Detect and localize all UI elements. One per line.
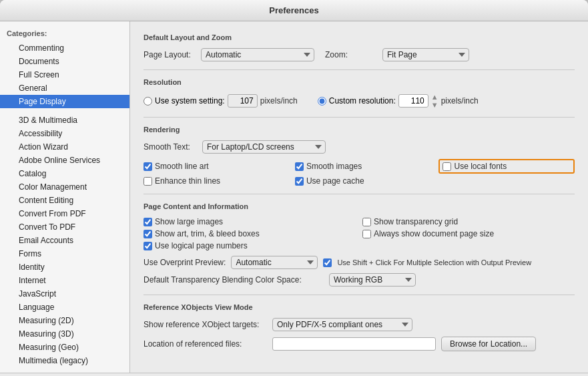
sidebar-item-page-display[interactable]: Page Display: [0, 95, 129, 108]
enhance-thin-lines-item: Enhance thin lines: [143, 176, 284, 186]
sidebar-item-measuring-3d[interactable]: Measuring (3D): [0, 327, 129, 341]
sidebar-item-convert-from[interactable]: Convert From PDF: [0, 207, 129, 220]
browse-button[interactable]: Browse for Location...: [441, 337, 536, 351]
sidebar-item-commenting[interactable]: Commenting: [0, 41, 129, 55]
xobjects-header: Reference XObjects View Mode: [143, 303, 575, 311]
custom-resolution-input[interactable]: [398, 94, 428, 108]
sidebar-item-internet[interactable]: Internet: [0, 274, 129, 287]
always-show-doc-checkbox[interactable]: [362, 230, 371, 238]
main-content: Default Layout and Zoom Page Layout: Aut…: [130, 21, 588, 373]
dialog-body: Categories: Commenting Documents Full Sc…: [0, 21, 588, 373]
always-show-doc-label: Always show document page size: [374, 229, 494, 238]
show-art-trim-label: Show art, trim, & bleed boxes: [155, 229, 260, 238]
shift-click-label: Use Shift + Click For Multiple Selection…: [337, 258, 531, 266]
divider-1: [143, 69, 575, 70]
system-setting-radio-group: Use system setting: pixels/inch: [143, 94, 298, 108]
smooth-images-item: Smooth images: [295, 159, 428, 174]
blending-select[interactable]: Working RGB Working CMYK Working Gray: [329, 273, 416, 287]
blending-label: Default Transparency Blending Color Spac…: [143, 275, 324, 285]
sidebar-item-adobe-online[interactable]: Adobe Online Services: [0, 154, 129, 167]
page-content-header: Page Content and Information: [143, 202, 575, 210]
blending-row: Default Transparency Blending Color Spac…: [143, 273, 575, 287]
show-transparency-grid-checkbox[interactable]: [362, 218, 371, 226]
sidebar-item-action-wizard[interactable]: Action Wizard: [0, 140, 129, 154]
enhance-thin-lines-checkbox[interactable]: [143, 177, 152, 186]
sidebar-item-identity[interactable]: Identity: [0, 260, 129, 274]
layout-zoom-header: Default Layout and Zoom: [143, 33, 575, 41]
show-transparency-grid-label: Show transparency grid: [374, 217, 458, 226]
show-large-images-checkbox[interactable]: [143, 218, 152, 226]
show-large-images-item: Show large images: [143, 217, 356, 226]
shift-click-checkbox[interactable]: [323, 258, 332, 267]
system-resolution-input[interactable]: [228, 94, 258, 108]
location-input[interactable]: [272, 337, 436, 351]
sidebar-item-full-screen[interactable]: Full Screen: [0, 68, 129, 81]
system-setting-label: Use system setting:: [155, 96, 225, 106]
sidebar-item-javascript[interactable]: JavaScript: [0, 287, 129, 301]
custom-resolution-radio[interactable]: [318, 97, 326, 106]
show-art-trim-checkbox[interactable]: [143, 230, 152, 238]
show-transparency-grid-item: Show transparency grid: [362, 217, 575, 226]
use-page-cache-item: Use page cache: [295, 176, 428, 186]
smooth-images-checkbox[interactable]: [295, 162, 304, 171]
overprint-select[interactable]: Automatic Always Never: [231, 256, 318, 269]
use-page-cache-label: Use page cache: [306, 176, 364, 186]
divider-4: [143, 295, 575, 295]
zoom-label: Zoom:: [325, 50, 378, 59]
sidebar-item-documents[interactable]: Documents: [0, 55, 129, 68]
pixels-inch-1: pixels/inch: [260, 96, 298, 106]
title-bar: Preferences: [0, 0, 588, 21]
sidebar-item-measuring-geo[interactable]: Measuring (Geo): [0, 341, 129, 354]
show-art-trim-item: Show art, trim, & bleed boxes: [143, 229, 356, 238]
custom-resolution-label: Custom resolution:: [329, 96, 396, 106]
zoom-select[interactable]: Fit Page Actual Size Fit Width 25% 50% 7…: [382, 48, 469, 61]
sidebar-item-color-mgmt[interactable]: Color Management: [0, 180, 129, 194]
smooth-line-art-label: Smooth line art: [155, 162, 209, 171]
custom-resolution-radio-group: Custom resolution: ▲▼ pixels/inch: [318, 93, 479, 109]
sidebar-item-general[interactable]: General: [0, 81, 129, 95]
sidebar-item-measuring-2d[interactable]: Measuring (2D): [0, 314, 129, 327]
sidebar-item-3d-multimedia[interactable]: 3D & Multimedia: [0, 114, 129, 127]
system-setting-radio[interactable]: [143, 97, 152, 106]
smooth-images-label: Smooth images: [306, 162, 362, 171]
sidebar-item-language[interactable]: Language: [0, 301, 129, 314]
show-targets-label: Show reference XObject targets:: [143, 320, 267, 329]
resolution-row: Use system setting: pixels/inch Custom r…: [143, 93, 575, 109]
sidebar-item-content-editing[interactable]: Content Editing: [0, 194, 129, 207]
overprint-label: Use Overprint Preview:: [143, 258, 226, 267]
use-page-cache-checkbox[interactable]: [295, 177, 304, 186]
use-logical-page-checkbox[interactable]: [143, 242, 152, 250]
smooth-line-art-checkbox[interactable]: [143, 162, 152, 171]
use-local-fonts-label: Use local fonts: [454, 162, 507, 171]
rendering-checkboxes: Smooth line art Smooth images Use local …: [143, 159, 575, 186]
smooth-text-row: Smooth Text: For Laptop/LCD screens For …: [143, 140, 575, 154]
overprint-row: Use Overprint Preview: Automatic Always …: [143, 256, 575, 269]
layout-zoom-row: Page Layout: Automatic Single Page Singl…: [143, 48, 575, 61]
dialog-footer: Cancel OK: [0, 373, 588, 376]
use-local-fonts-checkbox[interactable]: [443, 162, 451, 171]
smooth-line-art-item: Smooth line art: [143, 159, 284, 174]
sidebar-item-catalog[interactable]: Catalog: [0, 167, 129, 180]
sidebar-item-forms[interactable]: Forms: [0, 247, 129, 260]
sidebar: Categories: Commenting Documents Full Sc…: [0, 21, 130, 373]
always-show-doc-item: Always show document page size: [362, 229, 575, 238]
sidebar-item-email-accounts[interactable]: Email Accounts: [0, 234, 129, 247]
smooth-text-label: Smooth Text:: [143, 142, 197, 152]
sidebar-item-convert-to[interactable]: Convert To PDF: [0, 220, 129, 234]
show-targets-row: Show reference XObject targets: Only PDF…: [143, 318, 575, 331]
sidebar-item-multimedia-legacy[interactable]: Multimedia (legacy): [0, 354, 129, 367]
show-large-images-label: Show large images: [155, 217, 223, 226]
logical-page-item: Use logical page numbers: [143, 241, 356, 250]
rendering-header: Rendering: [143, 126, 575, 134]
page-layout-select[interactable]: Automatic Single Page Single Page Contin…: [201, 48, 314, 61]
categories-label: Categories:: [0, 27, 129, 41]
sidebar-item-accessibility[interactable]: Accessibility: [0, 127, 129, 140]
show-targets-select[interactable]: Only PDF/X-5 compliant ones All None: [272, 318, 412, 331]
smooth-text-select[interactable]: For Laptop/LCD screens For Desktop Monit…: [202, 140, 326, 154]
location-label: Location of referenced files:: [143, 339, 267, 349]
location-row: Location of referenced files: Browse for…: [143, 337, 575, 351]
divider-2: [143, 117, 575, 118]
use-logical-page-label: Use logical page numbers: [155, 241, 248, 250]
preferences-dialog: Preferences Categories: Commenting Docum…: [0, 0, 588, 376]
page-content-checkboxes: Show large images Show transparency grid…: [143, 217, 575, 250]
